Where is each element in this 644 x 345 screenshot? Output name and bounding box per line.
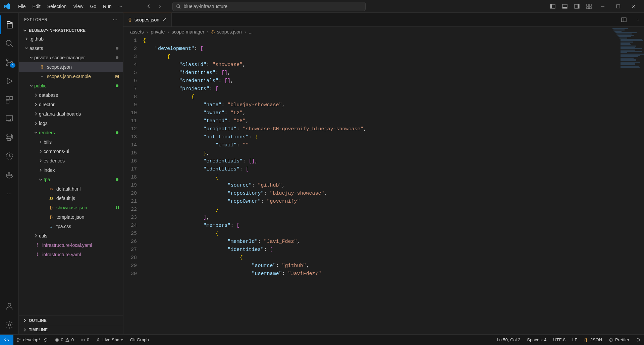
svg-point-38 xyxy=(17,338,19,339)
menu-file[interactable]: File xyxy=(15,2,29,10)
layout-panel-left-icon[interactable] xyxy=(547,2,559,11)
breadcrumb[interactable]: assets›private›scope-manager›{}scopes.js… xyxy=(123,27,644,37)
svg-point-45 xyxy=(67,341,67,341)
eol-status[interactable]: LF xyxy=(569,335,581,345)
tree-item[interactable]: database xyxy=(19,90,123,100)
outline-section[interactable]: OUTLINE xyxy=(19,316,123,325)
breadcrumb-segment[interactable]: private xyxy=(151,29,165,34)
chevron-right-icon xyxy=(23,319,27,323)
tree-item[interactable]: public xyxy=(19,81,123,90)
tree-item[interactable]: bills xyxy=(19,137,123,147)
settings-activity-icon[interactable] xyxy=(0,316,19,334)
editor-more-icon[interactable]: ··· xyxy=(631,13,644,26)
svg-point-33 xyxy=(8,324,10,326)
minimap[interactable] xyxy=(612,28,639,109)
notifications-status[interactable] xyxy=(633,335,644,345)
split-editor-icon[interactable] xyxy=(617,13,631,26)
tree-item[interactable]: private \ scope-manager xyxy=(19,53,123,62)
tree-item[interactable]: <>default.html xyxy=(19,184,123,194)
tree-item[interactable]: {}template.json xyxy=(19,212,123,222)
tree-item[interactable]: logs xyxy=(19,119,123,128)
branch-name: develop* xyxy=(23,337,40,342)
tree-item[interactable]: tpa xyxy=(19,175,123,184)
timeline-label: TIMELINE xyxy=(29,328,48,332)
timeline-section[interactable]: TIMELINE xyxy=(19,325,123,334)
window-minimize-icon[interactable] xyxy=(595,0,610,13)
window-close-icon[interactable] xyxy=(626,0,641,13)
menu-selection[interactable]: Selection xyxy=(44,2,70,10)
error-icon xyxy=(55,338,59,342)
encoding-status[interactable]: UTF-8 xyxy=(550,335,569,345)
code-editor[interactable]: 1234567891011121314151617181920212223242… xyxy=(123,37,644,334)
sidebar-more-icon[interactable]: ··· xyxy=(113,17,118,23)
problems-status[interactable]: 0 0 xyxy=(51,335,77,345)
run-debug-activity-icon[interactable] xyxy=(0,72,19,90)
breadcrumb-segment[interactable]: {}scopes.json xyxy=(211,29,242,35)
editor-area: {} scopes.json ··· assets›private›scope-… xyxy=(123,13,644,334)
liveshare-label: Live Share xyxy=(102,337,123,342)
search-activity-icon[interactable] xyxy=(0,34,19,53)
breadcrumb-segment[interactable]: assets xyxy=(130,29,144,34)
window-maximize-icon[interactable] xyxy=(610,0,626,13)
menu-edit[interactable]: Edit xyxy=(29,2,44,10)
menu-go[interactable]: Go xyxy=(87,2,100,10)
menu-overflow-icon[interactable]: ··· xyxy=(115,2,126,10)
layout-panel-bottom-icon[interactable] xyxy=(559,2,571,11)
language-mode-status[interactable]: {}JSON xyxy=(581,335,605,345)
customize-layout-icon[interactable] xyxy=(583,2,595,11)
extensions-activity-icon[interactable] xyxy=(0,90,19,109)
tree-item[interactable]: ≡scopes.json.exampleM xyxy=(19,72,123,81)
svg-rect-23 xyxy=(6,100,9,103)
gitgraph-status[interactable]: Git Graph xyxy=(126,335,152,345)
command-center-search[interactable]: bluejay-infrastructure xyxy=(172,2,366,11)
nav-back-icon[interactable] xyxy=(144,2,154,11)
remote-indicator-icon[interactable] xyxy=(0,335,13,345)
tree-item[interactable]: !infrastructure.yaml xyxy=(19,250,123,259)
tree-item[interactable]: index xyxy=(19,165,123,175)
breadcrumb-segment[interactable]: scope-manager xyxy=(172,29,204,34)
ports-status[interactable]: 0 xyxy=(77,335,93,345)
tree-item[interactable]: !infrastructure-local.yaml xyxy=(19,240,123,250)
tree-item[interactable]: JSdefault.js xyxy=(19,194,123,203)
branch-icon xyxy=(17,338,21,342)
tree-item[interactable]: {}scopes.json xyxy=(19,62,123,72)
explorer-activity-icon[interactable] xyxy=(0,15,19,34)
tree-item[interactable]: director xyxy=(19,100,123,109)
project-section-header[interactable]: BLUEJAY-INFRASTRUCTURE xyxy=(19,27,123,34)
docker-activity-icon[interactable] xyxy=(0,165,19,184)
sidebar-title: EXPLORER xyxy=(24,17,47,22)
tree-item[interactable]: .github xyxy=(19,34,123,44)
code-content[interactable]: { "development": [ { "classId": "showcas… xyxy=(143,37,644,334)
python-activity-icon[interactable] xyxy=(0,128,19,147)
indentation-status[interactable]: Spaces: 4 xyxy=(524,335,550,345)
editor-tab[interactable]: {} scopes.json xyxy=(123,13,172,26)
svg-rect-9 xyxy=(589,4,591,6)
tree-item[interactable]: evidences xyxy=(19,156,123,165)
tree-item[interactable]: {}showcase.jsonU xyxy=(19,203,123,212)
remote-explorer-activity-icon[interactable] xyxy=(0,109,19,128)
breadcrumb-segment[interactable]: ... xyxy=(249,29,253,34)
accounts-activity-icon[interactable] xyxy=(0,297,19,316)
source-control-activity-icon[interactable]: 4 xyxy=(0,53,19,72)
tree-item[interactable]: renders xyxy=(19,128,123,137)
nav-forward-icon[interactable] xyxy=(155,2,164,11)
tree-item[interactable]: commons-ui xyxy=(19,147,123,156)
tree-item[interactable]: grafana-dashboards xyxy=(19,109,123,119)
more-activity-icon[interactable]: ··· xyxy=(0,184,19,203)
cursor-position-status[interactable]: Ln 50, Col 2 xyxy=(493,335,524,345)
liveshare-status[interactable]: Live Share xyxy=(93,335,126,345)
tree-item[interactable]: #tpa.css xyxy=(19,222,123,231)
tree-item[interactable]: assets xyxy=(19,44,123,53)
tab-close-icon[interactable] xyxy=(162,17,167,22)
breadcrumb-separator-icon: › xyxy=(245,29,246,34)
source-control-badge: 4 xyxy=(10,63,15,68)
clock-activity-icon[interactable] xyxy=(0,147,19,165)
menu-view[interactable]: View xyxy=(70,2,87,10)
svg-point-16 xyxy=(6,40,11,45)
formatter-status[interactable]: Prettier xyxy=(605,335,633,345)
svg-point-48 xyxy=(609,338,613,342)
tree-item[interactable]: utils xyxy=(19,231,123,240)
git-branch-status[interactable]: develop* xyxy=(13,335,51,345)
layout-panel-right-icon[interactable] xyxy=(571,2,583,11)
menu-run[interactable]: Run xyxy=(100,2,115,10)
